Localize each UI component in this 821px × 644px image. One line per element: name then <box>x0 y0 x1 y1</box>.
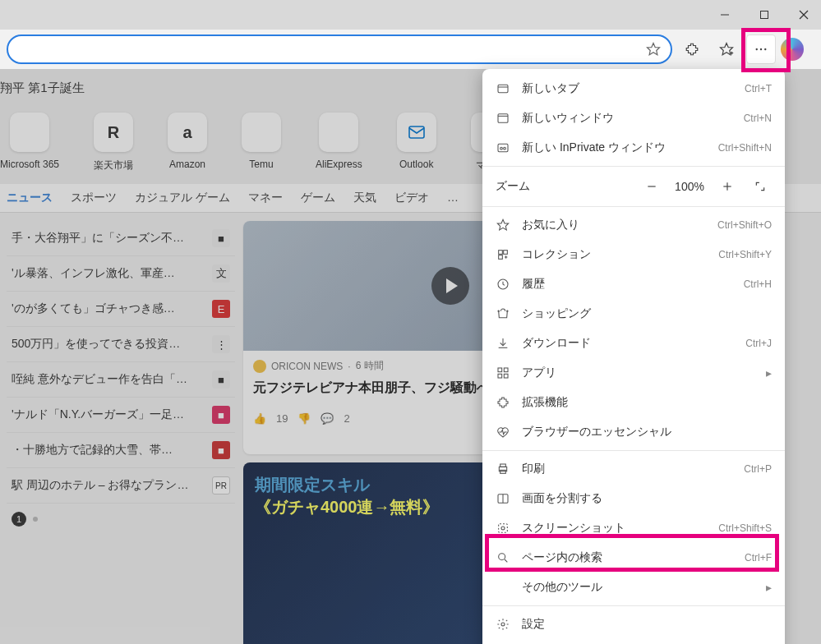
annotation-highlight-settings <box>485 534 779 572</box>
annotation-highlight-more <box>741 28 791 72</box>
maximize-button[interactable] <box>752 2 777 27</box>
zoom-in-button[interactable] <box>716 175 739 198</box>
svg-point-20 <box>500 147 503 150</box>
favorite-star-icon[interactable] <box>646 42 661 57</box>
menu-essentials[interactable]: ブラウザーのエッセンシャル <box>482 417 785 447</box>
menu-label: お気に入り <box>522 218 579 232</box>
menu-shortcut: Ctrl+Shift+S <box>718 522 772 534</box>
menu-label: 拡張機能 <box>522 395 568 410</box>
fullscreen-button[interactable] <box>749 175 772 198</box>
menu-zoom: ズーム 100% <box>482 170 785 203</box>
svg-rect-15 <box>498 85 508 92</box>
menu-new-inprivate[interactable]: 新しい InPrivate ウィンドウ Ctrl+Shift+N <box>482 133 785 163</box>
menu-split-screen[interactable]: 画面を分割する <box>482 484 785 513</box>
menu-label: 新しいウィンドウ <box>522 111 614 126</box>
blank-icon <box>496 580 510 595</box>
svg-rect-28 <box>499 255 503 260</box>
collections-icon <box>496 247 510 262</box>
svg-rect-1 <box>761 12 768 19</box>
extensions-icon[interactable] <box>677 34 707 64</box>
new-tab-icon <box>496 81 510 96</box>
menu-shortcut: Ctrl+P <box>744 463 772 475</box>
svg-rect-17 <box>498 114 508 123</box>
svg-rect-37 <box>504 368 508 372</box>
download-icon <box>496 336 510 351</box>
menu-new-window[interactable]: 新しいウィンドウ Ctrl+N <box>482 104 785 133</box>
zoom-label: ズーム <box>496 179 530 194</box>
menu-favorites[interactable]: お気に入り Ctrl+Shift+O <box>482 210 785 240</box>
menu-label: その他のツール <box>522 580 602 595</box>
menu-label: 画面を分割する <box>522 491 602 506</box>
menu-print[interactable]: 印刷 Ctrl+P <box>482 454 785 484</box>
svg-marker-4 <box>648 44 660 55</box>
menu-shortcut: Ctrl+Shift+N <box>718 142 772 154</box>
split-icon <box>496 491 510 506</box>
apps-icon <box>496 366 510 380</box>
chevron-right-icon: ▸ <box>766 581 772 594</box>
svg-rect-26 <box>499 251 503 255</box>
svg-rect-36 <box>498 368 502 372</box>
toolbar <box>0 30 821 69</box>
menu-collections[interactable]: コレクション Ctrl+Shift+Y <box>482 240 785 269</box>
menu-settings[interactable]: 設定 <box>482 610 785 639</box>
svg-rect-45 <box>499 524 508 533</box>
menu-label: ショッピング <box>522 306 591 321</box>
menu-shortcut: Ctrl+H <box>744 278 772 290</box>
window-titlebar <box>0 0 821 30</box>
menu-separator <box>482 605 785 606</box>
menu-label: 新しい InPrivate ウィンドウ <box>522 140 666 155</box>
menu-label: 設定 <box>522 617 545 632</box>
svg-rect-19 <box>498 144 508 151</box>
menu-label: 履歴 <box>522 277 545 292</box>
zoom-percent: 100% <box>673 180 706 193</box>
inprivate-icon <box>496 140 510 155</box>
menu-shortcut: Ctrl+J <box>745 338 772 349</box>
menu-shopping[interactable]: ショッピング <box>482 299 785 329</box>
menu-separator <box>482 206 785 207</box>
menu-new-tab[interactable]: 新しいタブ Ctrl+T <box>482 74 785 104</box>
svg-rect-42 <box>500 470 506 473</box>
menu-label: コレクション <box>522 247 591 262</box>
menu-separator <box>482 450 785 451</box>
star-icon <box>496 218 510 232</box>
minimize-button[interactable] <box>713 2 737 27</box>
puzzle-icon <box>496 395 510 410</box>
menu-label: 印刷 <box>522 462 545 476</box>
heart-pulse-icon <box>496 425 510 439</box>
menu-label: ダウンロード <box>522 336 591 351</box>
menu-shortcut: Ctrl+T <box>745 83 772 94</box>
menu-shortcut: Ctrl+Shift+Y <box>718 249 772 260</box>
menu-apps[interactable]: アプリ ▸ <box>482 358 785 388</box>
close-window-button[interactable] <box>791 2 816 27</box>
menu-downloads[interactable]: ダウンロード Ctrl+J <box>482 329 785 358</box>
menu-more-tools[interactable]: その他のツール ▸ <box>482 573 785 602</box>
menu-extensions[interactable]: 拡張機能 <box>482 388 785 417</box>
menu-label: 新しいタブ <box>522 81 579 96</box>
svg-point-49 <box>501 623 505 626</box>
menu-label: ブラウザーのエッセンシャル <box>522 425 671 439</box>
svg-point-46 <box>501 527 505 530</box>
favorites-toolbar-icon[interactable] <box>712 34 741 64</box>
chevron-right-icon: ▸ <box>766 366 772 380</box>
new-window-icon <box>496 111 510 126</box>
svg-rect-41 <box>500 464 506 467</box>
menu-help[interactable]: ヘルプとフィードバック ▸ <box>482 639 785 644</box>
history-icon <box>496 277 510 292</box>
svg-marker-25 <box>497 219 508 230</box>
menu-separator <box>482 166 785 167</box>
gear-icon <box>496 617 510 632</box>
menu-shortcut: Ctrl+Shift+O <box>717 219 772 231</box>
menu-label: アプリ <box>522 366 556 380</box>
zoom-out-button[interactable] <box>640 175 663 198</box>
address-bar[interactable] <box>7 34 672 64</box>
print-icon <box>496 462 510 476</box>
shopping-icon <box>496 306 510 321</box>
menu-shortcut: Ctrl+N <box>744 113 772 124</box>
svg-rect-27 <box>504 251 508 255</box>
svg-rect-38 <box>498 374 502 378</box>
svg-point-21 <box>504 147 506 150</box>
menu-history[interactable]: 履歴 Ctrl+H <box>482 269 785 299</box>
svg-rect-39 <box>504 374 508 378</box>
